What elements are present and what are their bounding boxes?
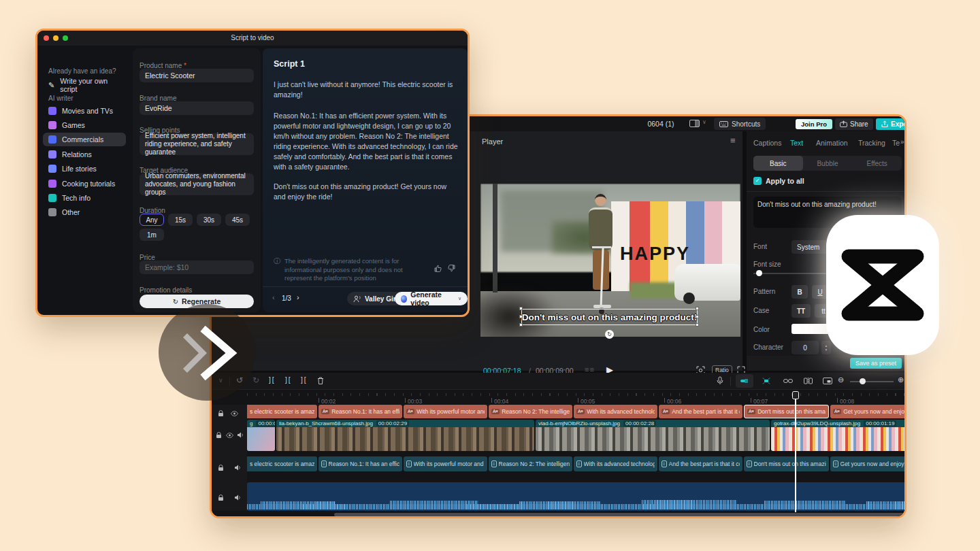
target-audience-input[interactable]: Urban commuters, environmental advocates… <box>140 173 254 195</box>
tab-overflow-icon[interactable]: » <box>900 138 904 146</box>
timeline-zoom-handle[interactable] <box>860 378 866 384</box>
caption-clip[interactable]: ≡Reason No 2: The intelligent r <box>489 456 572 471</box>
mute-icon[interactable] <box>234 495 241 501</box>
caption-clip[interactable]: ≡Reason No.1: It has an efficien <box>318 456 402 471</box>
pip-icon[interactable] <box>823 378 832 384</box>
lock-icon[interactable] <box>218 465 224 471</box>
caption-clip[interactable]: s electric scooter is amazi <box>247 405 317 418</box>
caption-clip[interactable]: A≡With its powerful motor and li <box>404 405 487 418</box>
visibility-icon[interactable] <box>226 433 233 438</box>
sidebar-item-cooking[interactable]: Cooking tutorials <box>43 177 126 190</box>
caption-clip[interactable]: ≡Don't miss out on this amazing <box>744 456 829 471</box>
caption-clip[interactable]: A≡And the best part is that it co <box>659 405 742 418</box>
sidebar-item-tech-info[interactable]: Tech info <box>43 191 126 205</box>
caption-clip[interactable]: ≡And the best part is that it cor <box>659 456 742 471</box>
caption-handle-bl[interactable] <box>519 323 523 327</box>
thumbs-up-icon[interactable] <box>434 265 442 272</box>
subtab-effects[interactable]: Effects <box>852 156 902 171</box>
stepper-down-icon[interactable]: ▾ <box>821 348 831 352</box>
caption-clip[interactable]: ≡With its powerful motor and lig <box>404 456 487 471</box>
generate-video-button[interactable]: Generate video ∨ <box>395 292 468 305</box>
timeline-scrollbar[interactable] <box>334 513 904 516</box>
player-menu-icon[interactable]: ≡ <box>730 135 736 146</box>
lock-icon[interactable] <box>216 432 222 439</box>
lock-icon[interactable] <box>218 495 224 501</box>
video-clip[interactable]: g00:00:0 <box>247 420 275 451</box>
next-page-icon[interactable]: › <box>297 293 299 301</box>
subtab-bubble[interactable]: Bubble <box>803 156 853 171</box>
tab-overflow[interactable]: Te <box>892 139 900 147</box>
caption-clip[interactable]: A≡Get yours now and enjoy <box>830 405 906 418</box>
duration-30s-button[interactable]: 30s <box>197 214 221 226</box>
snap-toggle[interactable] <box>736 374 753 388</box>
price-input[interactable] <box>140 261 254 274</box>
layout-icon[interactable] <box>689 120 700 127</box>
duration-15s-button[interactable]: 15s <box>168 214 193 226</box>
caption-clip[interactable]: ≡With its advanced technology, <box>574 456 657 471</box>
mute-icon[interactable] <box>237 432 244 438</box>
caption-handle-tr[interactable] <box>696 307 699 310</box>
tab-tracking[interactable]: Tracking <box>858 139 885 147</box>
sidebar-item-relations[interactable]: Relations <box>43 148 126 161</box>
sidebar-item-games[interactable]: Games <box>43 118 126 132</box>
sidebar-item-life-stories[interactable]: Life stories <box>43 162 126 176</box>
caption-handle-br[interactable] <box>696 323 699 327</box>
visibility-icon[interactable] <box>231 411 238 416</box>
caption-handle-ml[interactable] <box>519 315 523 318</box>
duration-any-button[interactable]: Any <box>140 214 164 226</box>
share-button[interactable]: Share <box>835 118 873 130</box>
caption-rotate-handle[interactable]: ↻ <box>605 330 614 339</box>
video-clip[interactable]: vlad-b-emjNOlbRZio-unsplash.jpg00:00:02:… <box>536 420 770 451</box>
link-clips-icon[interactable] <box>783 378 793 384</box>
trim-left-icon[interactable]: ][ <box>285 376 292 384</box>
tab-animation[interactable]: Animation <box>816 139 848 147</box>
playhead-line[interactable] <box>795 391 796 512</box>
export-button[interactable]: Export <box>876 118 906 130</box>
caption-selection-box[interactable]: Don't miss out on this amazing product! <box>521 309 698 325</box>
delete-icon[interactable] <box>317 377 324 384</box>
caption-clip[interactable]: A≡Reason No.1: It has an efficien <box>318 405 402 418</box>
sidebar-item-other[interactable]: Other <box>43 205 126 219</box>
bold-button[interactable]: B <box>791 285 808 299</box>
timeline-zoom-in-icon[interactable]: ⊕ <box>898 375 904 384</box>
trim-right-icon[interactable]: ][ <box>301 376 308 384</box>
subtab-basic[interactable]: Basic <box>753 156 803 171</box>
caption-clip[interactable]: A≡Reason No 2: The intelligent r <box>489 405 572 418</box>
tab-captions[interactable]: Captions <box>753 139 781 147</box>
split-icon[interactable]: ][ <box>269 376 276 384</box>
shortcuts-button[interactable]: Shortcuts <box>714 118 766 130</box>
brand-name-input[interactable] <box>140 101 254 115</box>
timeline-zoom-slider[interactable] <box>850 381 894 382</box>
character-value[interactable]: 0 <box>791 341 819 354</box>
caption-clip[interactable]: s electric scooter is amazin <box>247 456 317 471</box>
write-own-script-item[interactable]: ✎ Write your own script <box>43 78 126 92</box>
uppercase-button[interactable]: TT <box>791 304 811 318</box>
sidebar-item-commercials[interactable]: Commercials <box>43 133 126 146</box>
auto-attach-icon[interactable] <box>762 377 771 385</box>
caption-clip-selected[interactable]: A≡Don't miss out on this amazin <box>744 405 829 418</box>
thumbs-down-icon[interactable] <box>448 265 455 272</box>
audio-clip[interactable] <box>247 482 906 511</box>
selling-points-input[interactable]: Efficient power system, intelligent ridi… <box>140 133 254 155</box>
timeline-zoom-out-icon[interactable]: ⊖ <box>838 375 844 384</box>
mute-icon[interactable] <box>234 465 241 471</box>
duration-45s-button[interactable]: 45s <box>225 214 250 226</box>
playhead-head[interactable] <box>792 391 799 399</box>
lock-icon[interactable] <box>218 410 224 417</box>
caption-handle-mr[interactable] <box>696 315 699 318</box>
timeline-ruler[interactable]: 00:02 00:03 00:04 00:05 00:06 00:07 00:0… <box>212 390 906 404</box>
save-preset-button[interactable]: Save as preset <box>850 358 902 369</box>
video-clip[interactable]: lia-bekyan-b_Shcrawm68-unsplash.jpg00:00… <box>276 420 534 451</box>
video-clip[interactable]: gotrax-dH2upw39LDQ-unsplash.jpg00:00:01:… <box>771 420 906 451</box>
caption-clip[interactable]: ≡Get yours now and enjoy <box>830 456 906 471</box>
caption-handle-tl[interactable] <box>519 307 523 310</box>
duration-1m-button[interactable]: 1m <box>140 229 164 241</box>
layout-caret-icon[interactable]: ∨ <box>702 119 706 125</box>
product-name-input[interactable] <box>140 69 254 82</box>
tab-text[interactable]: Text <box>790 139 803 147</box>
sidebar-item-movies[interactable]: Movies and TVs <box>43 104 126 118</box>
prev-page-icon[interactable]: ‹ <box>272 293 275 301</box>
font-size-slider-handle[interactable] <box>756 270 762 276</box>
join-pro-button[interactable]: Join Pro <box>796 119 832 129</box>
split-preview-icon[interactable] <box>804 378 813 384</box>
